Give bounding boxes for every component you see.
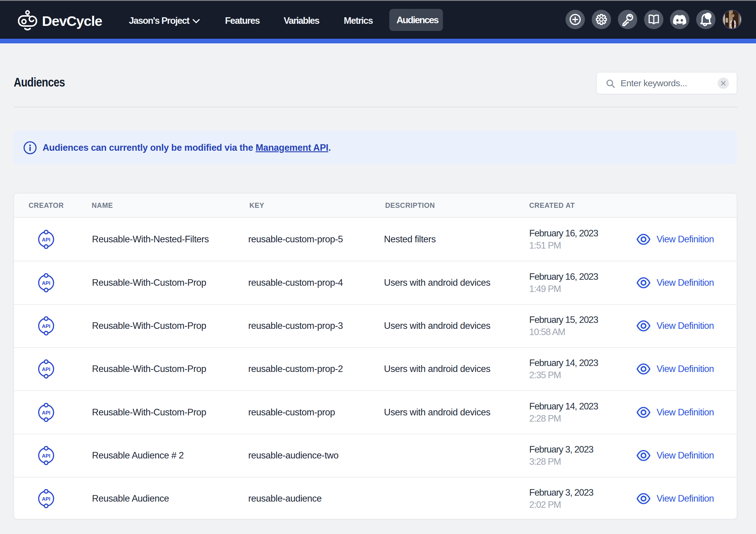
- svg-text:API: API: [42, 496, 50, 502]
- svg-text:API: API: [42, 323, 50, 329]
- svg-text:API: API: [42, 237, 50, 242]
- svg-text:API: API: [42, 280, 50, 286]
- svg-text:API: API: [42, 367, 50, 372]
- svg-text:API: API: [42, 453, 50, 459]
- svg-text:API: API: [42, 410, 50, 415]
